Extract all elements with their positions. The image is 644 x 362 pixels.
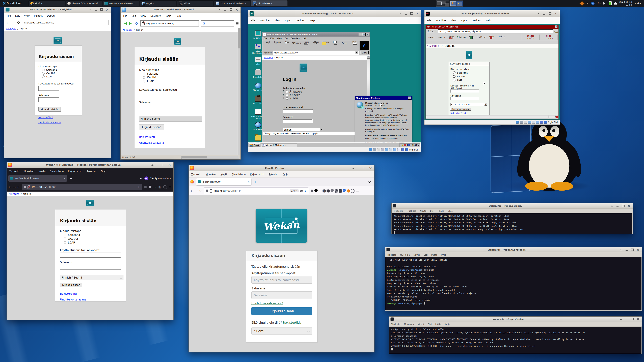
ie-maximize-button[interactable]: □ (362, 33, 366, 36)
menu-item[interactable]: Kirjanmerkit (250, 173, 264, 176)
menu-item[interactable]: Ohje (448, 210, 453, 212)
menu-item[interactable]: File (251, 19, 255, 22)
minimize-button[interactable] (403, 11, 408, 16)
task-terminal[interactable]: Pääte5 (177, 0, 213, 6)
maximize-button[interactable] (161, 163, 166, 167)
dillo-titlebar[interactable]: Dillo: WeKan Â® Multiverse× (426, 25, 558, 29)
menu-item[interactable]: Näytä (414, 254, 420, 256)
menu-item[interactable]: File (264, 37, 267, 39)
hp-tray-icon[interactable]: hp (591, 2, 594, 5)
titlebar[interactable]: Mozilla Firefox (189, 165, 374, 171)
menu-item[interactable]: Debug (47, 14, 55, 17)
account-icon[interactable] (351, 189, 354, 193)
new-tab-button[interactable]: + (254, 180, 257, 184)
reader-squares-icon[interactable] (300, 190, 302, 192)
menu-item[interactable]: Etsi (428, 323, 432, 326)
maximize-button[interactable] (621, 204, 626, 208)
ublock-icon[interactable] (330, 189, 334, 193)
maximize-button[interactable] (630, 317, 635, 321)
all-pages-link[interactable]: All Pages (122, 29, 132, 31)
menu-item[interactable]: File (7, 14, 11, 17)
menu-item[interactable]: Muokkaa (404, 323, 414, 326)
username-input[interactable] (139, 92, 199, 97)
start-button[interactable]: Start (249, 143, 260, 147)
menu-item[interactable]: Näytä (38, 170, 46, 172)
url-input[interactable]: http://192.168.0.20:8000/sign-in (438, 29, 554, 33)
menu-item[interactable]: Edit (270, 37, 274, 39)
close-button[interactable] (368, 166, 373, 170)
menu-item[interactable]: Tiedosto (191, 173, 201, 176)
menu-item[interactable]: View (24, 14, 30, 17)
grid-extension-icon[interactable] (334, 189, 338, 193)
minimize-button[interactable] (542, 11, 547, 16)
extension-circle-icon[interactable] (326, 189, 330, 193)
radio-option[interactable]: Salasana (453, 71, 488, 74)
search-icon[interactable] (554, 30, 558, 33)
signin-button[interactable]: Kirjaudu sisään (38, 107, 61, 111)
tab-close-icon[interactable]: × (248, 180, 250, 183)
menu-icon[interactable] (356, 190, 359, 190)
url-bar[interactable]: localhost:4000/sign-in 130 % ★ (204, 187, 309, 194)
username-input[interactable] (38, 86, 59, 91)
wallet-extension-icon[interactable] (338, 189, 342, 193)
menu-item[interactable]: Sivuhistoria (232, 173, 246, 176)
menu-item[interactable]: Sivuhistoria (50, 170, 64, 172)
menu-item[interactable]: Ohje (441, 254, 446, 256)
download-icon[interactable]: ↓ (318, 189, 322, 193)
radio-option[interactable]: Salasana (143, 72, 200, 75)
workspace-pager[interactable] (436, 0, 463, 6)
titlebar[interactable]: WeKan ® Multiverse - Ladybird (4, 6, 111, 13)
minimize-button[interactable] (615, 204, 620, 208)
dillo-toolbar-button[interactable]: Reload (457, 35, 466, 39)
search-input[interactable]: G (201, 20, 234, 26)
minimize-button[interactable] (624, 248, 629, 252)
menu-item[interactable]: Tiedosto (391, 323, 400, 326)
menu-item[interactable]: Näytä (418, 323, 424, 326)
menu-item[interactable]: Työkalut (87, 170, 96, 172)
file-button[interactable]: File (427, 30, 434, 33)
titlebar[interactable]: 95 Windows 95 [Running] - Oracle VM Virt… (248, 10, 421, 17)
maximize-button[interactable] (548, 11, 552, 16)
shade-button[interactable] (150, 163, 155, 167)
menu-item[interactable]: Muokkaa (206, 173, 216, 176)
back-icon[interactable] (122, 22, 127, 25)
maximize-button[interactable] (99, 7, 104, 12)
minimize-button[interactable] (624, 317, 629, 321)
close-button[interactable] (636, 317, 640, 321)
register-link[interactable]: Rekisteröinti (60, 292, 77, 295)
password-input[interactable] (450, 97, 479, 100)
register-link[interactable]: Rekisteröinti (450, 112, 468, 114)
menu-item[interactable]: View (140, 14, 146, 17)
radio-option[interactable]: ÂÂ Password (283, 90, 323, 93)
username-input[interactable] (283, 109, 312, 113)
menu-item[interactable]: Etsi (424, 254, 428, 256)
address-input[interactable]: http://192.168.0.20:8000/▼ (273, 51, 359, 55)
reload-icon[interactable]: ⟳ (135, 21, 138, 26)
tab-list-icon[interactable] (368, 180, 371, 183)
password-icon[interactable] (310, 189, 314, 193)
menu-item[interactable]: Etsi (430, 210, 434, 212)
password-input[interactable]: Salasana (252, 292, 312, 299)
menu-item[interactable]: Devices (296, 19, 304, 22)
language-select[interactable]: Finnish / Suomi▼ (450, 103, 487, 106)
close-button[interactable] (167, 163, 172, 167)
task-netsurf[interactable]: nsgtk32 (140, 0, 176, 6)
titlebar[interactable]: wekan@z: ~/repos/w/php/page (385, 247, 642, 252)
forward-icon[interactable]: → (195, 189, 198, 193)
all-pages-link[interactable]: All Pages (264, 56, 273, 59)
menu-item[interactable]: File (123, 14, 127, 17)
menu-item[interactable]: Muokkaa (24, 170, 34, 172)
signin-button[interactable]: Kirjaudu sisään (450, 108, 471, 111)
volume-icon[interactable] (604, 2, 606, 4)
task-virtualboxvm[interactable]: VirtualBoxVM2 (251, 0, 288, 6)
radio-option[interactable]: LDAP (143, 80, 200, 83)
download-icon[interactable]: ↓ (154, 186, 157, 189)
register-link[interactable]: Rekisteröinti (139, 136, 155, 139)
menu-item[interactable]: View (451, 19, 456, 22)
back-icon[interactable]: ← (6, 21, 9, 24)
password-input[interactable] (38, 97, 59, 102)
minimize-button[interactable] (93, 7, 98, 12)
ie-titlebar[interactable]: e WeKan ® Multiverse - Microsoft Interne… (262, 32, 370, 36)
url-bar[interactable]: 192.168.0.20:8000 ☆ (22, 184, 142, 190)
titlebar[interactable]: WeKan ® Multiverse — Mozilla Firefox Yks… (7, 162, 174, 168)
